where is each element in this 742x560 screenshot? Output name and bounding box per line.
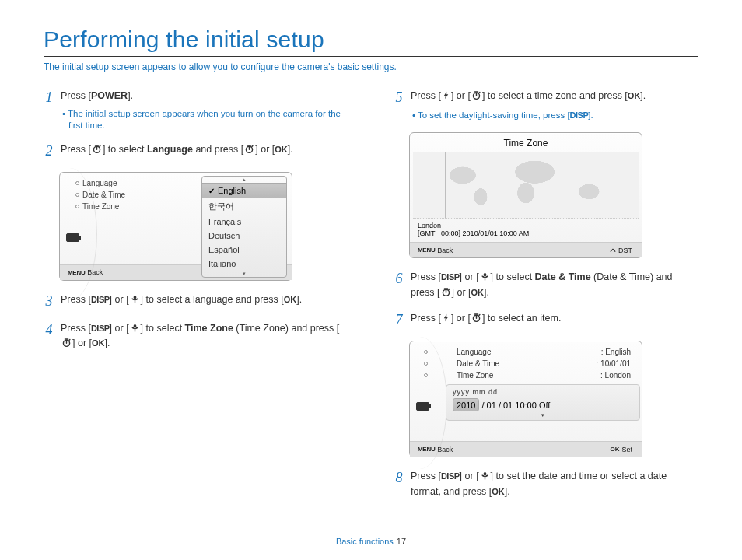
column-left: 1 Press [POWER]. • The initial setup scr… bbox=[44, 89, 348, 509]
step-1: 1 Press [POWER]. • The initial setup scr… bbox=[44, 89, 348, 132]
macro-icon bbox=[480, 271, 490, 286]
language-dropdown: ▴ ✔English 한국어 Français Deutsch Español … bbox=[201, 176, 287, 278]
timer-icon bbox=[61, 338, 72, 352]
table-row: Date & Time: 10/01/01 bbox=[453, 358, 637, 369]
menu-icon: MENU bbox=[418, 247, 435, 254]
page-title: Performing the initial setup bbox=[44, 26, 698, 53]
lcd-timezone-screen: Time Zone London [GMT +00:00] 2010/01/01… bbox=[409, 132, 642, 258]
step-1-note: • The initial setup screen appears when … bbox=[61, 108, 348, 132]
page-subtitle: The initial setup screen appears to allo… bbox=[44, 61, 698, 72]
list-item: Español bbox=[202, 243, 286, 257]
flash-icon bbox=[442, 90, 450, 105]
macro-icon bbox=[130, 323, 140, 338]
step-4: 4 Press [DISP] or [] to select Time Zone… bbox=[44, 322, 348, 352]
list-item: Italiano bbox=[202, 257, 286, 271]
table-row: Language: English bbox=[453, 346, 637, 358]
battery-icon bbox=[416, 402, 429, 411]
timer-icon bbox=[471, 313, 481, 327]
timezone-city: London bbox=[418, 222, 634, 229]
date-editor: yyyy mm dd 2010/ 01 / 01 10:00 Off ▾ bbox=[446, 384, 640, 421]
list-item: Deutsch bbox=[202, 229, 286, 243]
lcd-language-screen: Language Date & Time Time Zone ▴ ✔Englis… bbox=[59, 172, 292, 281]
step-7: 7 Press [] or [] to select an item. bbox=[394, 312, 698, 330]
list-item: 한국어 bbox=[202, 198, 286, 215]
title-rule bbox=[44, 56, 698, 57]
step-2: 2 Press [] to select Language and press … bbox=[44, 143, 348, 161]
step-5: 5 Press [] or [] to select a time zone a… bbox=[394, 89, 698, 121]
up-icon bbox=[610, 248, 616, 253]
year-field: 2010 bbox=[453, 398, 479, 411]
lcd-menu-list: Language Date & Time Time Zone bbox=[75, 177, 125, 212]
ok-icon: OK bbox=[610, 446, 619, 453]
step-6: 6 Press [DISP] or [] to select Date & Ti… bbox=[394, 271, 698, 301]
macro-icon bbox=[480, 471, 490, 485]
ok-button-label: OK bbox=[275, 145, 288, 154]
timezone-title: Time Zone bbox=[413, 136, 639, 149]
disp-button-label: DISP bbox=[91, 295, 110, 304]
timezone-gmt: [GMT +00:00] 2010/01/01 10:00 AM bbox=[418, 229, 634, 237]
list-item: ✔English bbox=[202, 183, 286, 198]
page-footer: Basic functions17 bbox=[0, 537, 742, 546]
list-item: Français bbox=[202, 215, 286, 229]
flash-icon bbox=[442, 313, 450, 327]
lcd-datetime-screen: Language: English Date & Time: 10/01/01 … bbox=[409, 341, 642, 457]
power-button-label: POWER bbox=[91, 90, 128, 101]
battery-icon bbox=[66, 233, 79, 242]
macro-icon bbox=[130, 294, 140, 309]
world-map bbox=[413, 152, 639, 219]
timer-icon bbox=[471, 90, 481, 105]
timer-icon bbox=[92, 144, 102, 159]
timer-icon bbox=[244, 144, 254, 159]
lcd-menu-dots bbox=[424, 346, 431, 381]
step-3: 3 Press [DISP] or [] to select a languag… bbox=[44, 293, 348, 311]
table-row: Time Zone: London bbox=[453, 369, 637, 381]
step-5-note: • To set the daylight-saving time, press… bbox=[411, 110, 698, 122]
step-8: 8 Press [DISP] or [] to set the date and… bbox=[394, 470, 698, 499]
timer-icon bbox=[441, 287, 451, 302]
column-right: 5 Press [] or [] to select a time zone a… bbox=[394, 89, 698, 509]
